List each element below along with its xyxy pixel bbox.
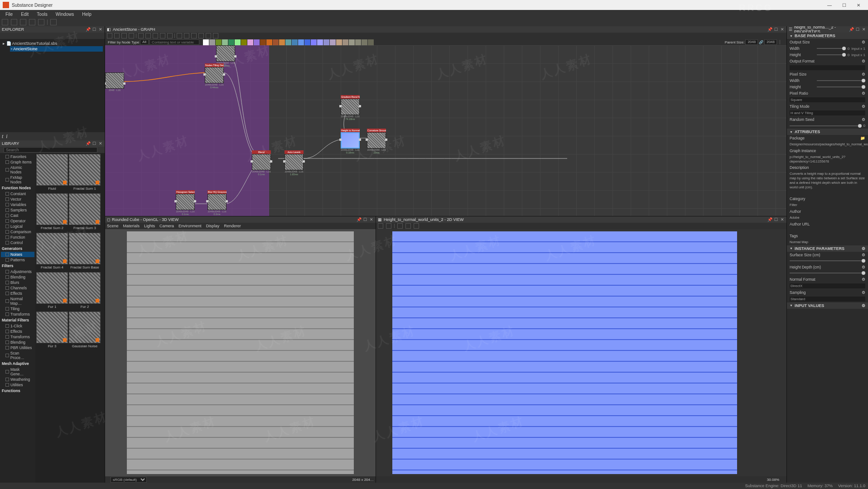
lib-category[interactable]: Generators [1,245,34,252]
filter-text-input[interactable] [149,39,199,45]
ip-gear3-icon[interactable]: ⚙ [862,265,865,269]
graph-zoom-icon[interactable] [121,33,127,38]
lib-category[interactable]: Functions [1,388,34,394]
prop-height-depth-slider[interactable] [790,273,865,273]
ip-gear4-icon[interactable]: ⚙ [862,277,865,282]
prop-output-format-field[interactable] [790,65,865,70]
swatch[interactable] [209,39,215,45]
graph-expose-icon[interactable] [206,33,211,38]
swatch[interactable] [266,39,272,45]
prop-pixel-ratio-field[interactable] [790,97,865,102]
graph-cut-icon[interactable] [177,33,182,38]
graph-group-icon[interactable] [153,33,158,38]
view2d-histogram-icon[interactable] [397,223,403,229]
lib-tree-item[interactable]: Atomic Nodes [1,165,34,175]
view3d-pin-icon[interactable]: 📌 [357,217,361,222]
graph-canvas[interactable]: 2048x2048 · L160.38ms2048 · L16Nodes Til… [105,45,786,216]
lib-tree-item[interactable]: Utilities [1,382,34,388]
lib-tree-item[interactable]: Channels [1,285,34,291]
lib-tree-item[interactable]: Cast [1,213,34,218]
lib-tree-item[interactable]: Logical [1,224,34,229]
lib-tree-item[interactable]: Effects [1,291,34,296]
library-thumb[interactable]: Fluid [36,154,68,192]
library-thumb[interactable]: Fractal Sum Base [69,233,101,271]
prop-max-icon[interactable]: ☐ [855,27,860,32]
iv-gear-icon[interactable]: ⚙ [862,303,865,308]
lib-tree-item[interactable]: 1-Click [1,323,34,329]
graph-align-icon[interactable] [138,33,144,38]
lib-tree-item[interactable]: Adjustments [1,269,34,274]
prop-folder-icon[interactable]: 📁 [860,136,865,140]
prop-ph-slider[interactable] [817,86,865,87]
tree-graph[interactable]: ▫ AncientStone [10,46,103,52]
swatch[interactable] [349,39,355,45]
swatch[interactable] [260,39,266,45]
view2d-levels-icon[interactable] [405,223,411,229]
library-thumb[interactable]: Fractal Sum 2 [36,193,68,232]
lib-tree-item[interactable]: Blending [1,340,34,345]
graph-pin2-icon[interactable] [167,33,173,38]
view2d-canvas[interactable] [376,229,786,476]
library-thumb[interactable]: Fur 2 [69,272,101,311]
lib-category[interactable]: Material Filters [1,317,34,323]
library-thumb[interactable]: Fractal Sum 1 [69,154,101,192]
prop-gear2-icon[interactable]: ⚙ [862,59,865,63]
prop-normal-format-field[interactable] [790,283,865,288]
library-thumb[interactable]: Fractal Sum 3 [69,193,101,232]
prop-gear3-icon[interactable]: ⚙ [862,72,865,77]
prop-pw-slider[interactable] [817,80,865,81]
prop-tiling-mode-field[interactable] [790,110,865,115]
view3d-lights[interactable]: Lights [144,224,155,228]
library-thumb[interactable]: Fractal Sum 4 [36,233,68,271]
parent-size-w[interactable]: 2048 [745,39,758,45]
graph-max-icon[interactable]: ☐ [774,27,778,32]
swatch[interactable] [368,39,374,45]
refresh-icon[interactable] [11,19,17,25]
minimize-button[interactable]: — [823,1,836,9]
ip-gear2-icon[interactable]: ⚙ [862,253,865,257]
view3d-scene[interactable]: Scene [107,224,119,228]
graph-fit-icon[interactable] [129,33,134,38]
lib-pin-icon[interactable]: 📌 [86,141,90,146]
lib-tree-item[interactable]: Graph Items [1,159,34,165]
close-panel-icon[interactable]: ✕ [98,27,103,32]
library-search-input[interactable] [4,147,97,153]
graph-node[interactable]: Curvature Smooth2048x2048 · L1622ms [367,129,386,154]
view3d-materials[interactable]: Materials [123,224,140,228]
share-icon[interactable] [50,19,57,25]
lib-tree-item[interactable]: Weathering [1,377,34,382]
info-icon-i[interactable]: i [6,133,7,140]
tree-root[interactable]: ▸ 📄 AncientStoneTutorial.sbs [2,41,103,46]
graph-node[interactable]: Nodes Tiling Generator2048x2048 · L160.4… [205,63,224,89]
view3d-camera[interactable]: Camera [159,224,174,228]
graph-pin-icon[interactable]: 📌 [767,27,772,32]
lib-tree-item[interactable]: Blurs [1,280,34,285]
swatch[interactable] [285,39,291,45]
section-instance-parameters[interactable]: INSTANCE PARAMETERS⚙ [787,245,868,252]
lib-tree-item[interactable]: Vector [1,197,34,202]
lib-category[interactable]: Mesh Adaptive [1,360,34,367]
lib-tree-item[interactable]: Patterns [1,257,34,263]
home-icon[interactable] [2,19,8,25]
prop-sampling-field[interactable] [790,297,865,302]
menu-windows[interactable]: Windows [52,11,78,18]
swatch[interactable] [304,39,310,45]
graph-node[interactable]: 2048 · L16 [105,72,124,91]
graph-node[interactable]: Height to Normal World Units2048x2048 · … [341,129,360,154]
view3d-canvas[interactable] [105,229,376,476]
graph-copy-icon[interactable] [184,33,189,38]
prop-gear-icon[interactable]: ⚙ [862,40,865,44]
swatch[interactable] [235,39,241,45]
lib-category[interactable]: Function Nodes [1,185,34,191]
swatch[interactable] [216,39,222,45]
lib-tree-item[interactable]: Comparison [1,229,34,235]
lib-tree-item[interactable]: Function [1,235,34,240]
prop-surface-slider[interactable] [790,260,865,261]
view2d-close-icon[interactable]: ✕ [780,217,785,222]
lib-tree-item[interactable]: Effects [1,329,34,334]
swatch[interactable] [323,39,329,45]
graph-frame-icon[interactable] [213,33,218,38]
graph-dist-icon[interactable] [145,33,151,38]
swatch[interactable] [222,39,228,45]
lib-tree-item[interactable]: Noises [1,252,34,257]
